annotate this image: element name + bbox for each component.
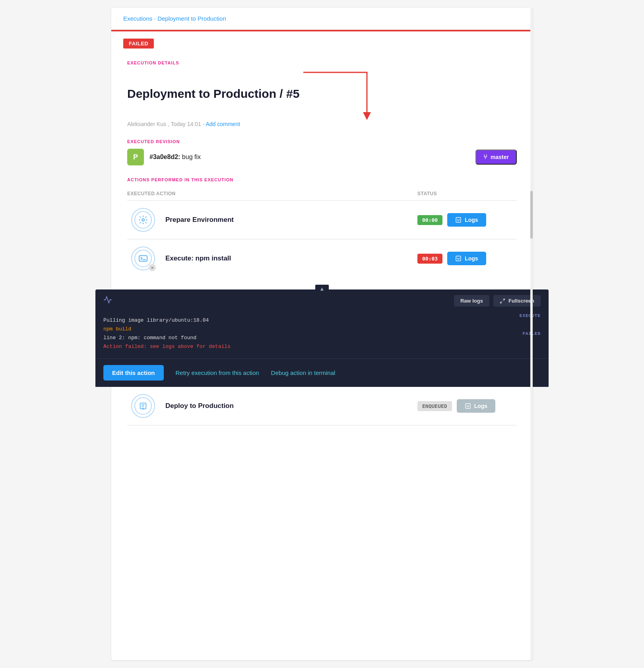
svg-line-6 [503, 299, 504, 300]
execution-details-label: EXECUTION DETAILS [127, 60, 517, 65]
log-panel: ▲ Raw logs [95, 289, 549, 387]
actions-section-label: ACTIONS PERFORMED IN THIS EXECUTION [127, 177, 517, 182]
time-badge-1: 00:03 [417, 254, 442, 264]
edit-action-button[interactable]: Edit this action [103, 365, 164, 381]
add-comment-link[interactable]: Add comment [206, 121, 240, 127]
branch-label: master [491, 154, 509, 160]
action-icon-circle-prepare [131, 208, 155, 232]
action-status-0: 00:00 Logs [417, 213, 517, 227]
col-action-header: EXECUTED ACTION [127, 191, 417, 196]
log-line-1: npm build [103, 325, 541, 334]
retry-execution-link[interactable]: Retry execution from this action [176, 369, 259, 376]
deploy-section: Deploy to Production ENQUEUED Logs [111, 387, 533, 425]
action-icon-circle-deploy [131, 394, 155, 418]
x-badge-npm: ✕ [149, 264, 156, 271]
logs-icon-deploy [465, 403, 471, 409]
revision-row: P #3a0e8d2: bug fix ⑂ master [127, 149, 517, 165]
svg-rect-2 [456, 217, 461, 222]
avatar-letter: P [133, 153, 138, 161]
revision-left: P #3a0e8d2: bug fix [127, 149, 201, 165]
content-area: EXECUTION DETAILS Deployment to Producti… [111, 49, 533, 289]
title-arrow [303, 70, 375, 118]
actions-section: ACTIONS PERFORMED IN THIS EXECUTION EXEC… [127, 177, 517, 278]
revision-hash: #3a0e8d2: bug fix [149, 153, 201, 161]
scrollbar[interactable] [530, 8, 533, 660]
log-panel-header: Raw logs Fullscreen [95, 289, 549, 312]
branch-badge[interactable]: ⑂ master [475, 150, 517, 165]
action-name-0: Prepare Environment [159, 216, 417, 224]
logs-button-1[interactable]: Logs [447, 252, 486, 265]
execution-timestamp: Today 14:01 [171, 121, 201, 127]
revision-message: bug fix [182, 153, 201, 160]
col-status-header: STATUS [417, 191, 517, 196]
debug-action-link[interactable]: Debug action in terminal [271, 369, 336, 376]
logs-label-1: Logs [465, 255, 478, 262]
log-line-0: Pulling image library/ubuntu:18.04 [103, 316, 541, 325]
svg-rect-10 [466, 404, 470, 408]
logs-button-0[interactable]: Logs [447, 213, 486, 227]
failed-badge-wrapper: FAILED [111, 31, 533, 49]
raw-logs-button[interactable]: Raw logs [454, 295, 489, 307]
action-name-1: Execute: npm install [159, 254, 417, 262]
status-badge: FAILED [123, 39, 154, 49]
action-row-1: ✕ Execute: npm install 00:03 Logs [127, 239, 517, 278]
svg-point-1 [142, 219, 144, 221]
action-icon-deploy [127, 394, 159, 418]
branch-icon: ⑂ [483, 153, 487, 161]
log-content: Pulling image library/ubuntu:18.04 npm b… [95, 312, 549, 358]
avatar: P [127, 149, 144, 165]
logs-label-deploy: Logs [474, 403, 487, 409]
log-panel-icon [103, 295, 112, 306]
fullscreen-icon [500, 298, 505, 304]
action-icon-inner-deploy [134, 397, 152, 415]
time-badge-0: 00:00 [417, 215, 442, 225]
breadcrumb-page[interactable]: Deployment to Production [157, 15, 226, 22]
breadcrumb-bar: Executions · Deployment to Production [111, 8, 533, 30]
execution-meta: Aleksander Kus , Today 14:01 - Add comme… [127, 121, 517, 127]
execution-details-section: EXECUTION DETAILS Deployment to Producti… [127, 60, 517, 127]
breadcrumb-separator: · [154, 15, 157, 22]
svg-rect-5 [456, 256, 461, 261]
terminal-icon [138, 255, 148, 262]
time-badge-deploy: ENQUEUED [417, 401, 452, 411]
executed-revision-section: EXECUTED REVISION P #3a0e8d2: bug fix ⑂ [127, 139, 517, 165]
executed-revision-label: EXECUTED REVISION [127, 139, 517, 144]
logs-label-0: Logs [465, 217, 478, 223]
fullscreen-button[interactable]: Fullscreen [493, 295, 541, 307]
activity-icon [103, 295, 112, 304]
log-panel-actions: Raw logs Fullscreen [454, 295, 541, 307]
action-icon-prepare [127, 208, 159, 232]
main-card: Executions · Deployment to Production FA… [111, 8, 533, 660]
execution-title-text: Deployment to Production / #5 [127, 87, 299, 101]
gear-icon [138, 215, 148, 225]
action-icon-circle-npm: ✕ [131, 247, 155, 270]
action-row-0: Prepare Environment 00:00 Logs [127, 201, 517, 239]
logs-icon-0 [455, 217, 462, 223]
action-icon-inner-npm [134, 250, 152, 267]
action-status-1: 00:03 Logs [417, 252, 517, 265]
svg-rect-3 [139, 256, 147, 261]
action-icon-npm: ✕ [127, 247, 159, 270]
action-status-deploy: ENQUEUED Logs [417, 399, 517, 413]
log-expand-button[interactable]: ▲ [315, 285, 329, 293]
logs-icon-1 [455, 255, 462, 262]
breadcrumb-executions[interactable]: Executions [123, 15, 152, 22]
action-name-deploy: Deploy to Production [159, 402, 417, 410]
actions-table-header: EXECUTED ACTION STATUS [127, 187, 517, 201]
svg-marker-0 [363, 112, 371, 120]
log-panel-footer: Edit this action Retry execution from th… [95, 358, 549, 387]
logs-button-deploy[interactable]: Logs [457, 399, 495, 413]
action-icon-inner-prepare [134, 211, 152, 229]
execution-author: Aleksander Kus [127, 121, 166, 127]
deploy-icon [139, 402, 147, 410]
action-row-deploy: Deploy to Production ENQUEUED Logs [127, 387, 517, 425]
svg-line-7 [500, 301, 502, 303]
scroll-thumb[interactable] [530, 191, 533, 239]
log-line-3: Action failed: see logs above for detail… [103, 342, 541, 351]
log-line-2: line 2: npm: command not found [103, 334, 541, 342]
execution-title: Deployment to Production / #5 [127, 70, 517, 118]
revision-hash-id: #3a0e8d2: [149, 153, 180, 160]
